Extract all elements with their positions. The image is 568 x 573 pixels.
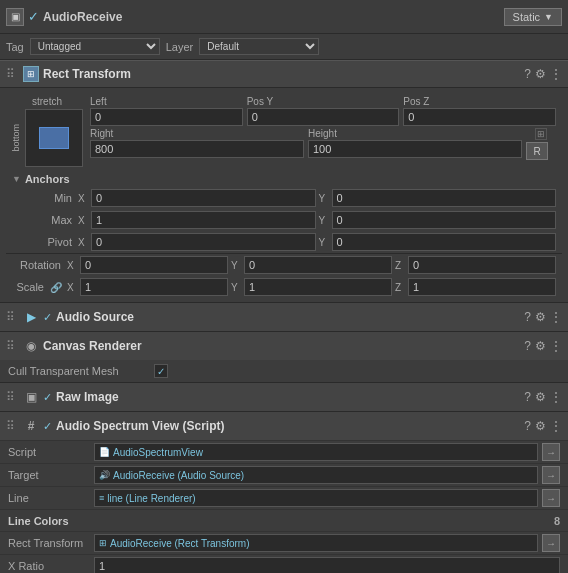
min-x-input[interactable]: [91, 189, 316, 207]
rot-x-input[interactable]: [80, 256, 228, 274]
anchor-graphic[interactable]: [25, 109, 83, 167]
stretch-col: stretch bottom: [12, 96, 82, 167]
active-checkbox[interactable]: ✓: [28, 9, 39, 24]
line-go-button[interactable]: →: [542, 489, 560, 507]
audio-source-icon: ▶: [23, 309, 39, 325]
canvas-renderer-header[interactable]: ⠿ ◉ Canvas Renderer ? ⚙ ⋮: [0, 332, 568, 360]
rot-z-input[interactable]: [408, 256, 556, 274]
line-colors-header: Line Colors 8: [0, 509, 568, 531]
audio-spectrum-icon: #: [23, 418, 39, 434]
rect-transform-ref[interactable]: ⊞ AudioReceive (Rect Transform): [94, 534, 538, 552]
line-colors-count: 8: [554, 515, 560, 527]
settings-icon[interactable]: ⚙: [535, 67, 546, 81]
drag-handle-raw-icon: ⠿: [6, 390, 15, 404]
menu-icon[interactable]: ⋮: [550, 67, 562, 81]
r-btn-col: ⊞ R: [526, 128, 556, 160]
scale-x-input[interactable]: [80, 278, 228, 296]
x-ratio-value: [94, 557, 560, 573]
max-y-input[interactable]: [332, 211, 557, 229]
audio-spectrum-title: Audio Spectrum View (Script): [56, 419, 520, 433]
raw-image-header[interactable]: ⠿ ▣ ✓ Raw Image ? ⚙ ⋮: [0, 383, 568, 411]
min-label: Min: [12, 192, 72, 204]
rect-transform-header: ⠿ ⊞ Rect Transform ? ⚙ ⋮: [0, 60, 568, 88]
height-input[interactable]: [308, 140, 522, 158]
scale-z-input[interactable]: [408, 278, 556, 296]
spectrum-help-icon[interactable]: ?: [524, 419, 531, 433]
line-row: Line ≡ line (Line Renderer) →: [0, 486, 568, 509]
target-go-button[interactable]: →: [542, 466, 560, 484]
target-ref[interactable]: 🔊 AudioReceive (Audio Source): [94, 466, 538, 484]
target-ref-text: AudioReceive (Audio Source): [113, 470, 244, 481]
stretch-section: stretch bottom Left Pos Y P: [6, 92, 562, 171]
left-input[interactable]: [90, 108, 243, 126]
scale-y-input[interactable]: [244, 278, 392, 296]
cull-label: Cull Transparent Mesh: [8, 365, 148, 377]
audio-spectrum-checkbox[interactable]: ✓: [43, 420, 52, 433]
right-input[interactable]: [90, 140, 304, 158]
layer-select[interactable]: Default: [199, 38, 319, 55]
audio-source-checkbox[interactable]: ✓: [43, 311, 52, 324]
gameobject-name-input[interactable]: [43, 10, 504, 24]
anchors-title: Anchors: [25, 173, 70, 185]
right-field: Right: [90, 128, 304, 160]
audio-spectrum-header[interactable]: ⠿ # ✓ Audio Spectrum View (Script) ? ⚙ ⋮: [0, 412, 568, 440]
rotation-xyz: X Y Z: [67, 256, 556, 274]
canvas-renderer-controls: ? ⚙ ⋮: [524, 339, 562, 353]
raw-settings-icon[interactable]: ⚙: [535, 390, 546, 404]
gameobject-icon: ▣: [6, 8, 24, 26]
max-x-input[interactable]: [91, 211, 316, 229]
cull-checkbox[interactable]: ✓: [154, 364, 168, 378]
raw-help-icon[interactable]: ?: [524, 390, 531, 404]
tag-label: Tag: [6, 41, 24, 53]
audio-menu-icon[interactable]: ⋮: [550, 310, 562, 324]
audio-source-controls: ? ⚙ ⋮: [524, 310, 562, 324]
rotation-row: Rotation X Y Z: [6, 254, 562, 276]
min-y-input[interactable]: [332, 189, 557, 207]
spectrum-menu-icon[interactable]: ⋮: [550, 419, 562, 433]
drag-handle-icon: ⠿: [6, 67, 15, 81]
rect-go-button[interactable]: →: [542, 534, 560, 552]
script-go-button[interactable]: →: [542, 443, 560, 461]
top-bar: ▣ ✓ Static ▼: [0, 0, 568, 34]
drag-handle-canvas-icon: ⠿: [6, 339, 15, 353]
target-row: Target 🔊 AudioReceive (Audio Source) →: [0, 463, 568, 486]
cull-check-mark: ✓: [157, 366, 165, 377]
posz-input[interactable]: [403, 108, 556, 126]
audio-source-header[interactable]: ⠿ ▶ ✓ Audio Source ? ⚙ ⋮: [0, 303, 568, 331]
raw-image-checkbox[interactable]: ✓: [43, 391, 52, 404]
pivot-x-input[interactable]: [91, 233, 316, 251]
pivot-y-input[interactable]: [332, 233, 557, 251]
rect-transform-icon: ⊞: [23, 66, 39, 82]
static-label: Static: [513, 11, 541, 23]
script-label: Script: [8, 446, 88, 458]
left-field: Left: [90, 96, 243, 126]
x-ratio-input[interactable]: [94, 557, 560, 573]
posy-input[interactable]: [247, 108, 400, 126]
audio-spectrum-section: ⠿ # ✓ Audio Spectrum View (Script) ? ⚙ ⋮…: [0, 411, 568, 573]
spectrum-settings-icon[interactable]: ⚙: [535, 419, 546, 433]
audio-help-icon[interactable]: ?: [524, 310, 531, 324]
raw-menu-icon[interactable]: ⋮: [550, 390, 562, 404]
rot-y-input[interactable]: [244, 256, 392, 274]
target-label: Target: [8, 469, 88, 481]
help-icon[interactable]: ?: [524, 67, 531, 81]
audio-settings-icon[interactable]: ⚙: [535, 310, 546, 324]
rect-transform-ref-icon: ⊞: [99, 538, 107, 548]
drag-handle-audio-icon: ⠿: [6, 310, 15, 324]
r-button[interactable]: R: [526, 142, 548, 160]
canvas-help-icon[interactable]: ?: [524, 339, 531, 353]
link-scale-icon: 🔗: [50, 282, 62, 293]
row1: Left Pos Y Pos Z: [90, 96, 556, 126]
static-button[interactable]: Static ▼: [504, 8, 562, 26]
line-ref[interactable]: ≡ line (Line Renderer): [94, 489, 538, 507]
tag-select[interactable]: Untagged: [30, 38, 160, 55]
canvas-settings-icon[interactable]: ⚙: [535, 339, 546, 353]
max-row: Max X Y: [6, 209, 562, 231]
posz-field: Pos Z: [403, 96, 556, 126]
target-ref-icon: 🔊: [99, 470, 110, 480]
scale-row: Scale 🔗 X Y Z: [6, 276, 562, 298]
script-ref[interactable]: 📄 AudioSpectrumView: [94, 443, 538, 461]
canvas-menu-icon[interactable]: ⋮: [550, 339, 562, 353]
rotation-label: Rotation: [12, 259, 61, 271]
raw-image-controls: ? ⚙ ⋮: [524, 390, 562, 404]
